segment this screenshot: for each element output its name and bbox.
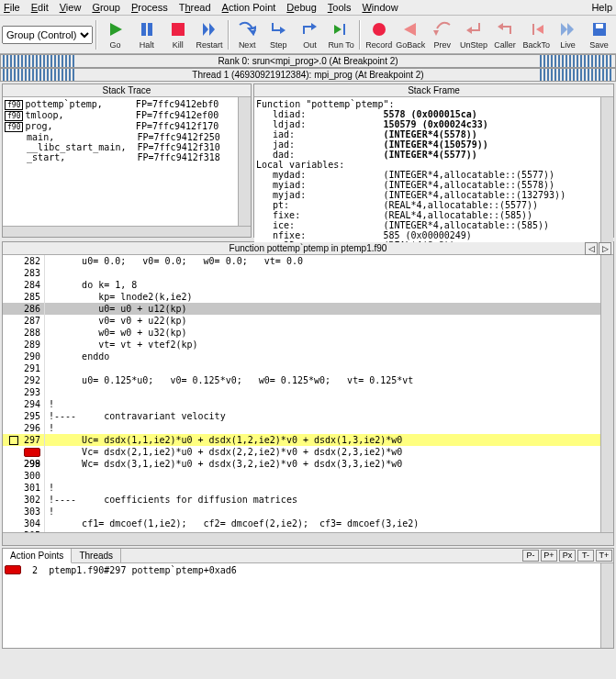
play-icon bbox=[106, 19, 126, 39]
stack-trace-title: Stack Trace bbox=[3, 84, 251, 97]
svg-marker-16 bbox=[536, 25, 543, 34]
menu-process[interactable]: Process bbox=[131, 2, 168, 13]
next-button[interactable]: Next bbox=[232, 17, 263, 51]
svg-point-11 bbox=[373, 23, 386, 36]
save-button[interactable]: Save bbox=[584, 17, 614, 51]
pause-icon bbox=[137, 19, 157, 39]
toolbar: Group (Control) Go Halt Kill Restart Nex… bbox=[0, 16, 616, 54]
source-title: Function pottemp`ptemp in ptemp1.f90 ◁ ▷ bbox=[3, 242, 613, 255]
live-button[interactable]: Live bbox=[553, 17, 583, 51]
svg-marker-15 bbox=[498, 23, 503, 30]
restart-icon bbox=[199, 19, 219, 39]
menu-thread[interactable]: Thread bbox=[179, 2, 211, 13]
backto-button[interactable]: BackTo bbox=[521, 17, 552, 51]
svg-rect-21 bbox=[596, 24, 603, 28]
svg-marker-0 bbox=[110, 23, 122, 36]
out-button[interactable]: Out bbox=[295, 17, 325, 51]
nav-prev-button[interactable]: ◁ bbox=[585, 242, 598, 255]
goback-icon bbox=[400, 19, 420, 39]
unstep-button[interactable]: UnStep bbox=[458, 17, 488, 51]
stop-icon bbox=[168, 19, 188, 39]
t-minus-button[interactable]: T- bbox=[577, 550, 594, 562]
svg-marker-18 bbox=[561, 23, 567, 36]
prev-icon bbox=[432, 19, 453, 39]
menu-debug[interactable]: Debug bbox=[286, 2, 316, 13]
scrollbar[interactable] bbox=[238, 97, 251, 226]
svg-marker-13 bbox=[433, 30, 439, 36]
svg-marker-19 bbox=[567, 23, 574, 36]
caller-button[interactable]: Caller bbox=[490, 17, 521, 51]
runto-icon bbox=[331, 19, 352, 39]
caller-icon bbox=[495, 19, 515, 39]
menu-group[interactable]: Group bbox=[92, 2, 120, 13]
unstep-icon bbox=[464, 19, 484, 39]
svg-rect-1 bbox=[141, 23, 146, 36]
svg-marker-4 bbox=[203, 23, 208, 36]
tab-threads[interactable]: Threads bbox=[72, 549, 121, 562]
scrollbar[interactable] bbox=[3, 226, 251, 237]
bottom-panel: Action Points Threads P- P+ Px T- T+ 2 p… bbox=[2, 548, 614, 649]
menu-window[interactable]: Window bbox=[362, 2, 398, 13]
action-points-list[interactable]: 2 ptemp1.f90#297 pottemp`ptemp+0xad6 bbox=[3, 563, 600, 648]
prev-button[interactable]: Prev bbox=[427, 17, 457, 51]
runto-button[interactable]: Run To bbox=[326, 17, 356, 51]
svg-rect-10 bbox=[343, 24, 345, 35]
menu-view[interactable]: View bbox=[60, 2, 82, 13]
scrollbar[interactable] bbox=[600, 563, 613, 648]
svg-marker-7 bbox=[280, 27, 286, 34]
menu-actionpoint[interactable]: Action Point bbox=[222, 2, 276, 13]
t-plus-button[interactable]: T+ bbox=[596, 550, 612, 562]
svg-marker-5 bbox=[209, 23, 215, 36]
source-panel: Function pottemp`ptemp in ptemp1.f90 ◁ ▷… bbox=[2, 241, 614, 546]
p-minus-button[interactable]: P- bbox=[522, 550, 539, 562]
tab-action-points[interactable]: Action Points bbox=[3, 549, 72, 563]
menu-help[interactable]: Help bbox=[591, 2, 612, 13]
menu-file[interactable]: File bbox=[4, 2, 20, 13]
group-select[interactable]: Group (Control) bbox=[2, 26, 93, 44]
halt-button[interactable]: Halt bbox=[131, 17, 162, 51]
scrollbar[interactable] bbox=[3, 532, 613, 545]
breakpoint-icon bbox=[5, 565, 21, 574]
record-button[interactable]: Record bbox=[364, 17, 394, 51]
step-icon bbox=[268, 19, 288, 39]
restart-button[interactable]: Restart bbox=[194, 17, 224, 51]
svg-rect-2 bbox=[148, 23, 152, 36]
step-button[interactable]: Step bbox=[263, 17, 294, 51]
menubar: File Edit View Group Process Thread Acti… bbox=[0, 0, 616, 16]
thread-status: Thread 1 (46930921912384): mpi_prog (At … bbox=[0, 68, 616, 82]
menu-edit[interactable]: Edit bbox=[31, 2, 49, 13]
rank-status: Rank 0: srun<mpi_prog>.0 (At Breakpoint … bbox=[0, 54, 616, 68]
scrollbar[interactable] bbox=[600, 97, 613, 250]
line-gutter[interactable]: 2822832842852862872882892902912922932942… bbox=[3, 255, 45, 532]
stack-frame-title: Stack Frame bbox=[254, 84, 613, 97]
record-icon bbox=[369, 19, 389, 39]
px-button[interactable]: Px bbox=[559, 550, 576, 562]
go-button[interactable]: Go bbox=[100, 17, 130, 51]
source-code[interactable]: u0= 0.0; v0= 0.0; w0= 0.0; vt= 0.0 do k=… bbox=[45, 255, 600, 532]
menu-tools[interactable]: Tools bbox=[328, 2, 352, 13]
p-plus-button[interactable]: P+ bbox=[541, 550, 557, 562]
svg-marker-9 bbox=[334, 25, 342, 34]
scrollbar[interactable] bbox=[600, 255, 613, 532]
stack-frame-list[interactable]: Function "pottemp`ptemp": ldiad: 5578 (0… bbox=[254, 97, 600, 250]
svg-rect-17 bbox=[532, 24, 534, 35]
out-icon bbox=[299, 19, 319, 39]
stack-trace-list[interactable]: f90pottemp`ptemp, FP=7ffc9412ebf0f90tmlo… bbox=[3, 97, 238, 226]
kill-button[interactable]: Kill bbox=[162, 17, 193, 51]
live-icon bbox=[557, 19, 577, 39]
nav-next-button[interactable]: ▷ bbox=[599, 242, 611, 255]
svg-marker-8 bbox=[311, 23, 317, 30]
next-icon bbox=[237, 19, 257, 39]
svg-marker-12 bbox=[404, 23, 416, 36]
svg-rect-3 bbox=[172, 23, 185, 36]
goback-button[interactable]: GoBack bbox=[395, 17, 426, 51]
save-icon bbox=[589, 19, 610, 39]
svg-marker-14 bbox=[466, 27, 472, 34]
stack-trace-panel: Stack Trace f90pottemp`ptemp, FP=7ffc941… bbox=[2, 83, 252, 238]
backto-icon bbox=[526, 19, 546, 39]
stack-frame-panel: Stack Frame Function "pottemp`ptemp": ld… bbox=[253, 83, 614, 238]
